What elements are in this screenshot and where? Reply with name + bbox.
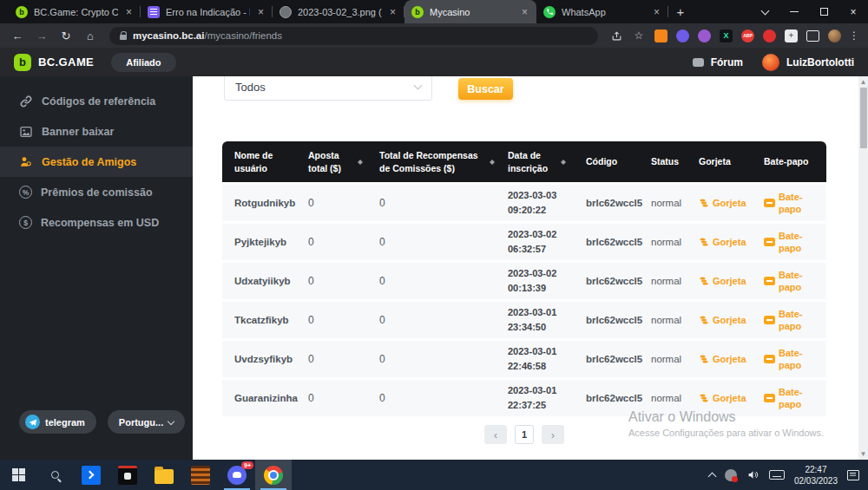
link-icon [19,95,33,108]
friend-type-select[interactable]: Todos [224,76,432,101]
cell-status: normal [651,393,699,403]
metamask-extension-icon[interactable] [654,29,667,42]
tab-close-icon[interactable]: × [256,6,266,18]
taskbar-file-explorer[interactable] [146,460,182,490]
tab-close-icon[interactable]: × [388,6,398,18]
taskbar-logs-app[interactable] [182,460,219,490]
share-icon[interactable] [607,30,626,42]
window-maximize-button[interactable] [809,0,838,23]
browser-menu-icon[interactable]: ⋮ [847,29,861,42]
pagination-next-button[interactable]: › [542,425,564,444]
sidebar-item-banner-download[interactable]: Banner baixar [0,116,193,147]
tab-bcgame-casino[interactable]: b BC.Game: Crypto Casino Gam × [9,0,141,23]
language-label: Portugu... [119,417,163,428]
chat-bubble-icon [764,394,775,402]
tray-recording-app-icon[interactable] [725,469,737,481]
cell-code: brlc62wccl5 [586,276,651,286]
search-button[interactable]: Buscar [458,78,513,100]
action-center-icon[interactable] [847,470,859,480]
tab-mycasino-active[interactable]: b Mycasino × [404,0,536,23]
chat-button[interactable]: Bate-papo [764,269,826,294]
cell-commission: 0 [379,197,508,209]
sidebar-item-commission-rewards[interactable]: % Prêmios de comissão [0,177,193,207]
forum-link[interactable]: Fórum [711,56,743,69]
wallet-extension-icon[interactable] [698,29,711,42]
chat-button[interactable]: Bate-papo [764,347,826,372]
taskbar-discord[interactable]: 9+ [219,460,255,490]
col-code: Código [586,155,651,167]
bcgame-favicon-icon: b [411,6,424,18]
back-button[interactable]: ← [7,29,28,42]
sidebar-item-friends-management[interactable]: Gestão de Amigos [0,147,193,177]
taskbar-search-button[interactable] [36,460,73,490]
tab-search-chevron-icon[interactable] [750,0,779,23]
sort-icon[interactable] [358,157,364,167]
chat-button[interactable]: Bate-papo [764,230,826,255]
affiliate-button[interactable]: Afiliado [111,53,175,72]
tip-button[interactable]: Gorjeta [699,392,764,404]
volume-icon[interactable] [746,469,760,480]
chat-button[interactable]: Bate-papo [764,191,826,216]
address-bar[interactable]: mycasino.bc.ai/mycasino/friends [109,27,598,45]
browser-toolbar: ← → ↻ ⌂ mycasino.bc.ai/mycasino/friends … [0,23,868,48]
home-button[interactable]: ⌂ [80,29,101,42]
taskbar-clock[interactable]: 22:47 02/03/2023 [794,464,838,487]
extensions-puzzle-icon[interactable]: + [785,29,798,42]
phantom-extension-icon[interactable] [676,29,689,42]
forum-chat-icon [693,58,704,67]
col-status: Status [651,155,699,167]
tab-erro-indicacao[interactable]: Erro na Indicação - BC.Game × [141,0,273,23]
x-extension-icon[interactable]: X [720,29,733,42]
telegram-button[interactable]: telegram [19,410,96,434]
tip-button[interactable]: Gorjeta [699,236,764,248]
friends-table: Nome de usuário Aposta total ($) Total d… [222,141,826,416]
tab-png-image[interactable]: 2023-03-02_3.png (1024×76 × [273,0,404,23]
keyboard-icon[interactable] [769,470,785,480]
chat-button[interactable]: Bate-papo [764,308,826,333]
side-panel-icon[interactable] [806,30,819,42]
tab-close-icon[interactable]: × [652,6,661,18]
taskbar-chrome[interactable] [255,460,292,490]
tab-title: Mycasino [430,7,514,17]
tip-button[interactable]: Gorjeta [699,275,764,287]
pagination-current-page[interactable]: 1 [515,425,534,444]
cell-signup-date: 2023-03-0206:32:57 [508,227,586,257]
window-close-button[interactable]: × [838,0,868,23]
reload-button[interactable]: ↻ [56,29,76,42]
sidebar-item-usd-rewards[interactable]: $ Recompensas em USD [0,207,193,238]
bcgame-logo-icon[interactable]: b [14,54,31,71]
chat-bubble-icon [764,277,775,285]
language-selector[interactable]: Portugu... [108,410,185,434]
tab-close-icon[interactable]: × [520,6,529,18]
taskbar-anydesk[interactable] [73,460,109,490]
blocker-extension-icon[interactable] [763,29,776,42]
scrollbar-down-icon[interactable]: ▼ [858,448,868,460]
tip-button[interactable]: Gorjeta [699,197,764,209]
tip-button[interactable]: Gorjeta [699,353,764,365]
chat-button[interactable]: Bate-papo [764,386,826,411]
pagination-prev-button[interactable]: ‹ [484,425,507,444]
sort-icon[interactable] [561,157,567,167]
username-label[interactable]: LuizBortolotti [786,56,854,69]
profile-avatar[interactable] [828,29,841,42]
taskbar-game-launcher[interactable] [109,460,146,490]
adblock-extension-icon[interactable]: ABP [741,29,754,42]
scrollbar-up-icon[interactable]: ▲ [858,76,868,88]
col-tip: Gorjeta [699,155,764,167]
tray-show-hidden-icons[interactable] [707,472,716,480]
scrollbar-thumb[interactable] [860,88,867,148]
forward-button[interactable]: → [31,29,52,42]
page-scrollbar[interactable]: ▲ ▼ [858,76,868,460]
windows-logo-icon [12,468,25,481]
sidebar-item-referral-codes[interactable]: Códigos de referência [0,86,193,116]
new-tab-button[interactable]: + [668,0,693,23]
tip-button[interactable]: Gorjeta [699,314,764,326]
chat-bubble-icon [764,316,775,324]
tab-whatsapp[interactable]: WhatsApp × [536,0,668,23]
user-avatar[interactable] [762,54,779,71]
tab-close-icon[interactable]: × [124,6,134,18]
window-minimize-button[interactable] [779,0,809,23]
sort-icon[interactable] [490,157,496,167]
bookmark-star-icon[interactable]: ☆ [629,29,648,42]
start-button[interactable] [0,460,36,490]
